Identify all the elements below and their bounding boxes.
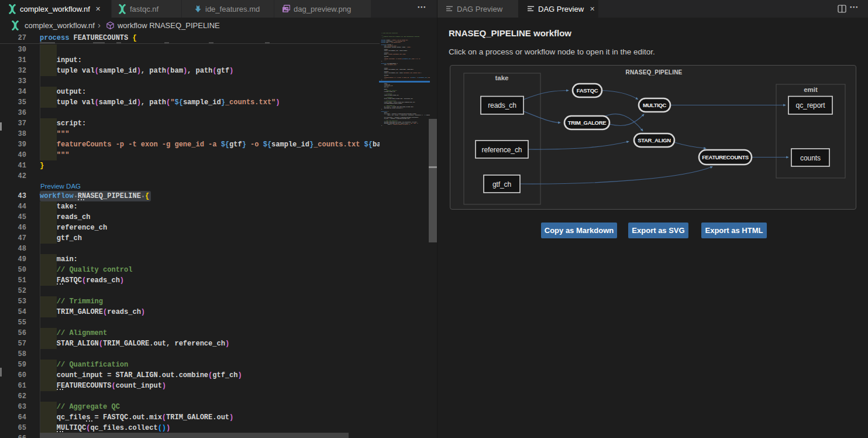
svg-text:STAR_ALIGN: STAR_ALIGN [638, 137, 671, 143]
svg-text:TRIM_GALORE: TRIM_GALORE [568, 119, 606, 126]
svg-text:qc_report: qc_report [796, 101, 826, 110]
svg-text:MULTIQC: MULTIQC [643, 102, 667, 108]
svg-text:gtf_ch: gtf_ch [492, 180, 511, 189]
svg-text:take: take [495, 74, 508, 81]
svg-text:emit: emit [804, 86, 818, 93]
svg-text:RNASEQ_PIPELINE: RNASEQ_PIPELINE [626, 69, 683, 76]
svg-text:counts: counts [800, 154, 821, 162]
svg-text:reference_ch: reference_ch [482, 146, 522, 154]
svg-text:FEATURECOUNTS: FEATURECOUNTS [702, 154, 749, 160]
svg-text:reads_ch: reads_ch [488, 101, 516, 110]
svg-text:FASTQC: FASTQC [577, 87, 598, 94]
